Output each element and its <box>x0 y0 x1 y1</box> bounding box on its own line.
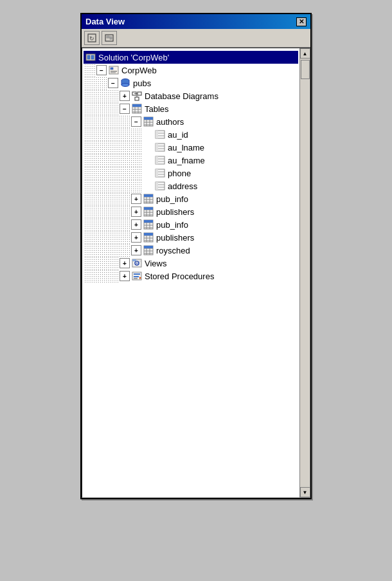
i14b <box>96 231 108 244</box>
i13a <box>85 218 96 231</box>
tree-content: Solution 'CorpWeb' − CorpWeb <box>82 48 299 497</box>
expander-pub-info-1[interactable]: + <box>131 194 141 204</box>
scroll-arrow-down[interactable]: ▼ <box>300 487 310 497</box>
i15b <box>96 244 108 257</box>
pubs-label: pubs <box>133 78 151 88</box>
expander-publishers-2[interactable]: + <box>131 232 141 243</box>
tree-row-pub-info-1[interactable]: + pub_info <box>84 192 298 205</box>
stored-procs-icon <box>131 270 143 282</box>
tree-row-views[interactable]: + Views <box>84 257 298 270</box>
address-icon <box>154 180 166 192</box>
db-diagrams-label: Database Diagrams <box>145 91 218 101</box>
expander-pubs[interactable]: − <box>108 78 118 88</box>
i8a <box>85 154 96 167</box>
indent-5b <box>96 115 108 128</box>
i6b <box>96 128 108 141</box>
tree-row-au-fname[interactable]: au_fname <box>84 154 298 167</box>
tree-row-phone[interactable]: phone <box>84 167 298 180</box>
svg-rect-10 <box>111 71 117 72</box>
views-label: Views <box>145 259 166 268</box>
phone-label: phone <box>168 169 191 178</box>
svg-rect-4 <box>110 37 112 39</box>
i7c <box>108 141 120 154</box>
tree-row-publishers-1[interactable]: + publishers <box>84 205 298 218</box>
stored-procs-label: Stored Procedures <box>145 272 214 281</box>
tree-row-solution[interactable]: Solution 'CorpWeb' <box>84 51 298 64</box>
i7b <box>96 141 108 154</box>
close-button[interactable]: ✕ <box>296 17 307 26</box>
tree-row-pub-info-2[interactable]: + pub_info <box>84 218 298 231</box>
tree-row-stored-procs[interactable]: + Stored Procedures <box>84 270 298 282</box>
exp-placeholder-2 <box>143 142 153 152</box>
svg-rect-6 <box>87 55 90 59</box>
indent-line-2a <box>85 77 96 89</box>
tree-row-publishers-2[interactable]: + publishers <box>84 231 298 244</box>
svg-rect-95 <box>132 259 136 261</box>
au-fname-icon <box>154 154 166 166</box>
indent-line-2b <box>96 77 108 89</box>
expander-diagrams[interactable]: + <box>120 91 130 101</box>
indent-3c <box>108 89 120 102</box>
indent-4c <box>108 102 120 115</box>
i11a <box>85 192 96 205</box>
corpweb-label: CorpWeb <box>121 66 157 75</box>
toolbar-btn-2[interactable] <box>102 31 117 45</box>
expander-views[interactable]: + <box>120 258 130 268</box>
i16c <box>108 257 120 270</box>
tree-row-address[interactable]: address <box>84 180 298 192</box>
pubs-icon <box>120 77 131 89</box>
tree-row-tables[interactable]: − Tables <box>84 102 298 115</box>
indent-5d <box>120 115 131 128</box>
svg-rect-11 <box>111 72 116 73</box>
i9d <box>120 167 131 180</box>
svg-rect-76 <box>144 220 153 223</box>
refresh-icon: ↻ <box>87 33 96 42</box>
svg-rect-90 <box>144 246 153 248</box>
scroll-thumb[interactable] <box>301 60 310 79</box>
svg-point-93 <box>136 263 138 264</box>
data-view-window: Data View ✕ ↻ <box>80 13 312 499</box>
tree-row-db-diagrams[interactable]: + Database Diagrams <box>84 89 298 102</box>
pub-info-2-icon <box>143 219 154 230</box>
tree-panel: Solution 'CorpWeb' − CorpWeb <box>82 48 310 498</box>
i15a <box>85 244 96 257</box>
solution-label: Solution 'CorpWeb' <box>98 53 169 62</box>
indent-5a <box>85 115 96 128</box>
scrollbar-vertical[interactable]: ▲ ▼ <box>299 48 310 497</box>
i11d <box>120 192 131 205</box>
i14d <box>120 231 131 244</box>
au-lname-icon <box>154 142 166 153</box>
i13c <box>108 218 120 231</box>
svg-rect-99 <box>134 278 138 279</box>
au-id-label: au_id <box>168 130 188 140</box>
exp-placeholder-3 <box>143 155 153 165</box>
svg-rect-39 <box>156 131 158 138</box>
publishers-2-icon <box>143 232 154 243</box>
indent-4a <box>85 102 96 115</box>
au-lname-label: au_lname <box>168 143 204 152</box>
toolbar-btn-1[interactable]: ↻ <box>84 31 100 45</box>
tree-row-pubs[interactable]: − pubs <box>84 77 298 89</box>
expander-authors[interactable]: − <box>131 116 141 127</box>
svg-rect-7 <box>91 55 94 59</box>
scroll-arrow-up[interactable]: ▲ <box>300 48 310 59</box>
expander-roysched[interactable]: + <box>131 245 141 255</box>
svg-rect-55 <box>156 182 158 190</box>
tree-row-au-id[interactable]: au_id <box>84 128 298 141</box>
tree-row-au-lname[interactable]: au_lname <box>84 141 298 154</box>
svg-rect-18 <box>138 92 141 95</box>
tables-icon <box>131 103 143 115</box>
i7d <box>120 141 131 154</box>
tree-row-corpweb[interactable]: − CorpWeb <box>84 64 298 77</box>
exp-placeholder-5 <box>143 181 153 191</box>
svg-rect-43 <box>156 143 158 151</box>
expander-publishers-1[interactable]: + <box>131 207 141 217</box>
expander-tables[interactable]: − <box>120 104 130 114</box>
i6c <box>108 128 120 141</box>
tree-row-roysched[interactable]: + roysched <box>84 244 298 257</box>
expander-stored-procs[interactable]: + <box>120 271 130 281</box>
i17c <box>108 270 120 282</box>
expander-pub-info-2[interactable]: + <box>131 219 141 230</box>
expander-corpweb[interactable]: − <box>96 65 107 75</box>
tree-row-authors[interactable]: − authors <box>84 115 298 128</box>
